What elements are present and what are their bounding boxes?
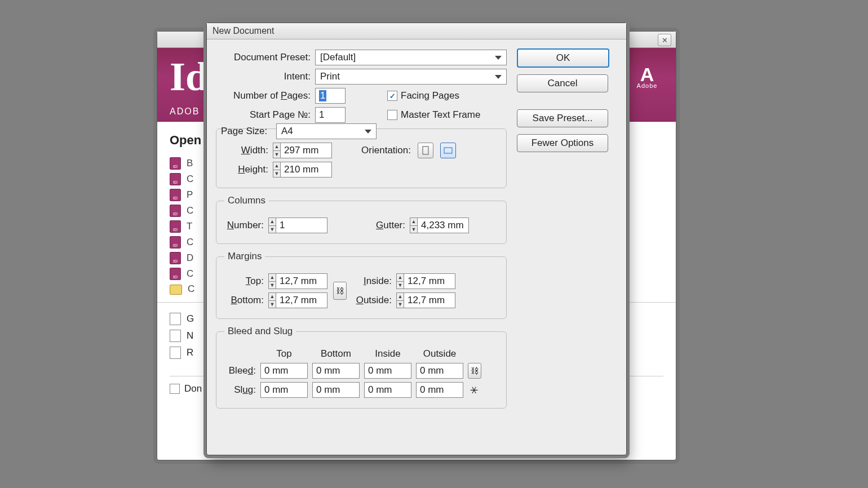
chevron-down-icon xyxy=(365,130,371,134)
bleed-top-input[interactable]: 0 mm xyxy=(260,363,308,379)
ok-button[interactable]: OK xyxy=(517,48,609,68)
link-bleed-button[interactable]: ⛓ xyxy=(468,363,481,379)
link-slug-icon[interactable]: ⚹ xyxy=(468,384,480,396)
slug-inside-input[interactable]: 0 mm xyxy=(364,382,411,398)
start-page-label: Start Page №: xyxy=(216,109,311,121)
brand-text: ADOB xyxy=(170,107,200,117)
head-bottom: Bottom xyxy=(312,348,360,360)
margin-bottom-label: Bottom: xyxy=(224,295,264,306)
save-preset-button[interactable]: Save Preset... xyxy=(517,109,608,127)
cancel-button[interactable]: Cancel xyxy=(517,74,608,92)
bleed-outside-input[interactable]: 0 mm xyxy=(416,363,463,379)
facing-pages-label: Facing Pages xyxy=(401,90,459,101)
bleed-inside-input[interactable]: 0 mm xyxy=(364,363,411,379)
slug-top-input[interactable]: 0 mm xyxy=(260,382,308,398)
document-icon xyxy=(170,347,181,359)
slug-bottom-input[interactable]: 0 mm xyxy=(312,382,360,398)
list-item-label: D xyxy=(187,252,193,264)
bleed-slug-legend: Bleed and Slug xyxy=(224,326,296,337)
margins-legend: Margins xyxy=(224,251,265,262)
link-margins-button[interactable]: ⛓ xyxy=(333,282,347,300)
list-item-label: T xyxy=(187,221,192,232)
height-input[interactable]: ▲▼ 210 mm xyxy=(273,162,332,178)
dialog-titlebar: New Document xyxy=(207,23,626,39)
intent-label: Intent: xyxy=(216,71,311,82)
gutter-label: Gutter: xyxy=(332,220,405,231)
columns-number-input[interactable]: ▲▼1 xyxy=(268,218,327,233)
list-item-label: C xyxy=(187,174,193,185)
margin-inside-input[interactable]: ▲▼12,7 mm xyxy=(396,273,455,289)
gutter-input[interactable]: ▲▼4,233 mm xyxy=(410,218,469,233)
folder-icon xyxy=(170,285,182,295)
master-text-frame-checkbox[interactable] xyxy=(387,110,397,120)
svg-rect-0 xyxy=(423,147,428,154)
new-document-dialog: New Document Document Preset: [Default] … xyxy=(206,23,627,455)
orientation-landscape-button[interactable] xyxy=(440,143,456,158)
start-page-input[interactable]: 1 xyxy=(315,107,346,123)
list-item-label: C xyxy=(187,205,193,216)
list-item-label: C xyxy=(187,268,193,280)
head-outside: Outside xyxy=(416,348,463,360)
list-item-label: C xyxy=(188,283,194,295)
margin-top-input[interactable]: ▲▼12,7 mm xyxy=(268,273,327,289)
indesign-file-icon: ID xyxy=(170,157,181,170)
dialog-title: New Document xyxy=(212,26,274,36)
margin-outside-input[interactable]: ▲▼12,7 mm xyxy=(396,292,455,308)
close-icon[interactable]: ✕ xyxy=(658,34,671,46)
orientation-label: Orientation: xyxy=(336,145,411,156)
page-size-label: Page Size: xyxy=(221,126,272,137)
list-item-label: P xyxy=(187,189,193,201)
dont-show-checkbox[interactable] xyxy=(170,384,180,394)
head-inside: Inside xyxy=(364,348,411,360)
height-label: Height: xyxy=(224,164,268,175)
adobe-logo: A Adobe xyxy=(634,64,660,90)
facing-pages-checkbox[interactable]: ✓ xyxy=(387,91,397,101)
svg-rect-1 xyxy=(444,148,452,153)
list-item-label: B xyxy=(187,158,193,169)
bleed-bottom-input[interactable]: 0 mm xyxy=(312,363,360,379)
chevron-down-icon xyxy=(495,75,502,79)
document-icon xyxy=(170,330,181,342)
fewer-options-button[interactable]: Fewer Options xyxy=(517,134,608,152)
slug-label: Slug: xyxy=(224,384,256,396)
bleed-label: Bleed: xyxy=(224,365,256,376)
indesign-file-icon: ID xyxy=(170,189,181,201)
document-icon xyxy=(170,313,181,325)
pages-label: Number of Pages: xyxy=(216,90,311,101)
indesign-file-icon: ID xyxy=(170,205,181,217)
indesign-file-icon: ID xyxy=(170,252,181,264)
app-logo: Id xyxy=(170,54,208,100)
margin-outside-label: Outside: xyxy=(352,295,392,306)
columns-legend: Columns xyxy=(224,195,269,206)
margin-top-label: Top: xyxy=(224,276,264,287)
width-input[interactable]: ▲▼ 297 mm xyxy=(273,143,332,158)
indesign-file-icon: ID xyxy=(170,236,181,249)
page-size-dropdown[interactable]: A4 xyxy=(276,123,377,139)
indesign-file-icon: ID xyxy=(170,268,181,280)
head-top: Top xyxy=(260,348,308,360)
preset-label: Document Preset: xyxy=(216,52,311,63)
indesign-file-icon: ID xyxy=(170,173,181,185)
orientation-portrait-button[interactable] xyxy=(418,143,433,158)
dont-show-label: Don xyxy=(184,383,202,394)
list-item-label: C xyxy=(187,237,193,248)
width-label: Width: xyxy=(224,145,268,156)
number-of-pages-input[interactable]: 1 xyxy=(315,88,346,104)
slug-outside-input[interactable]: 0 mm xyxy=(416,382,463,398)
indesign-file-icon: ID xyxy=(170,220,181,233)
document-preset-dropdown[interactable]: [Default] xyxy=(315,50,507,65)
columns-number-label: Number: xyxy=(224,220,264,231)
intent-dropdown[interactable]: Print xyxy=(315,69,507,85)
margin-inside-label: Inside: xyxy=(352,276,392,287)
margin-bottom-input[interactable]: ▲▼12,7 mm xyxy=(268,292,327,308)
master-text-frame-label: Master Text Frame xyxy=(401,109,480,121)
chevron-down-icon xyxy=(495,56,502,60)
